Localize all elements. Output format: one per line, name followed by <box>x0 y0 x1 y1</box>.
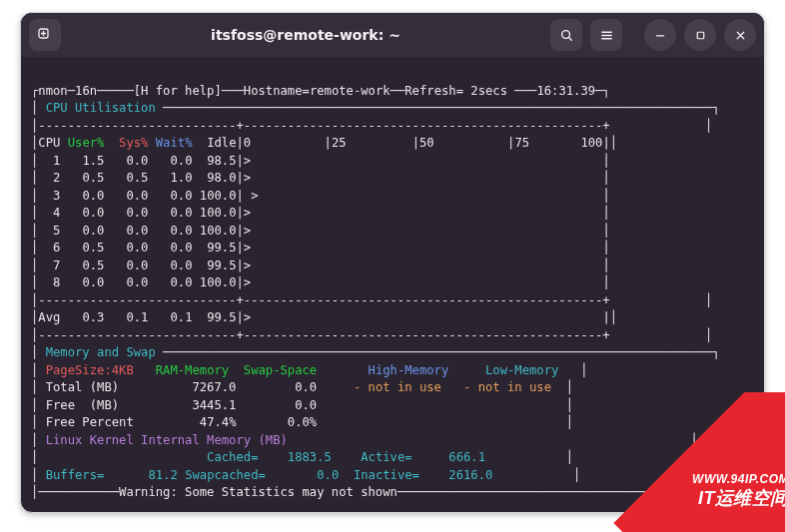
cpu-row-1: │ 1 1.5 0.0 0.0 98.5|> │ <box>31 154 610 168</box>
mem-cached: │ Cached= 1883.5 Active= 666.1 │ <box>31 450 573 464</box>
terminal-output[interactable]: ┌nmon─16n─────[H for help]───Hostname=re… <box>21 57 764 513</box>
menu-button[interactable] <box>590 19 622 51</box>
cpu-sep3: │---------------------------+-----------… <box>31 328 712 342</box>
mem-free: │ Free (MB) 3445.1 0.0 │ <box>31 398 573 412</box>
cpu-row-7: │ 7 0.5 0.0 0.0 99.5|> │ <box>31 259 610 272</box>
cpu-row-5: │ 5 0.0 0.0 0.0 100.0|> │ <box>31 224 610 238</box>
cpu-sep2: │---------------------------+-----------… <box>31 293 712 307</box>
terminal-window: itsfoss@remote-work: ~ <box>20 12 765 513</box>
cpu-box-top: │ CPU Utilisation ──────────────────────… <box>31 101 720 115</box>
maximize-icon <box>694 29 707 42</box>
cpu-avg: │Avg 0.3 0.1 0.1 99.5|> |│ <box>31 310 617 324</box>
mem-buffers: │ Buffers= 81.2 Swapcached= 0.0 Inactive… <box>31 468 580 482</box>
close-icon <box>734 29 747 42</box>
close-button[interactable] <box>724 19 756 51</box>
titlebar-right <box>550 19 756 51</box>
cpu-row-6: │ 6 0.5 0.0 0.0 99.5|> │ <box>31 241 610 255</box>
maximize-button[interactable] <box>684 19 716 51</box>
new-tab-icon <box>37 27 53 43</box>
cpu-row-3: │ 3 0.0 0.0 0.0 100.0| > │ <box>31 189 610 203</box>
cpu-sep: │---------------------------+-----------… <box>31 119 712 133</box>
hamburger-icon <box>599 28 614 43</box>
window-title: itsfoss@remote-work: ~ <box>69 27 542 43</box>
search-button[interactable] <box>550 19 582 51</box>
mem-warn: │───────────Warning: Some Statistics may… <box>31 485 705 499</box>
header-row: ┌nmon─16n─────[H for help]───Hostname=re… <box>31 84 610 98</box>
new-tab-button[interactable] <box>29 19 61 51</box>
titlebar: itsfoss@remote-work: ~ <box>21 13 764 57</box>
mem-freepct: │ Free Percent 47.4% 0.0% │ <box>31 415 573 429</box>
svg-rect-2 <box>697 32 704 39</box>
mem-box-top: │ Memory and Swap ──────────────────────… <box>31 345 720 359</box>
mem-header: │ PageSize:4KB RAM-Memory Swap-Space Hig… <box>31 363 588 377</box>
cpu-row-8: │ 8 0.0 0.0 0.0 100.0|> │ <box>31 275 610 289</box>
mem-kernel: │ Linux Kernel Internal Memory (MB) │ <box>31 433 698 447</box>
cpu-row-2: │ 2 0.5 0.5 1.0 98.0|> │ <box>31 171 610 185</box>
minimize-icon <box>653 28 667 42</box>
cpu-header: │CPU User% Sys% Wait% Idle|0 |25 |50 |75… <box>31 136 617 150</box>
minimize-button[interactable] <box>644 19 676 51</box>
search-icon <box>559 28 574 43</box>
cpu-row-4: │ 4 0.0 0.0 0.0 100.0|> │ <box>31 206 610 220</box>
mem-total: │ Total (MB) 7267.0 0.0 - not in use - n… <box>31 380 573 394</box>
